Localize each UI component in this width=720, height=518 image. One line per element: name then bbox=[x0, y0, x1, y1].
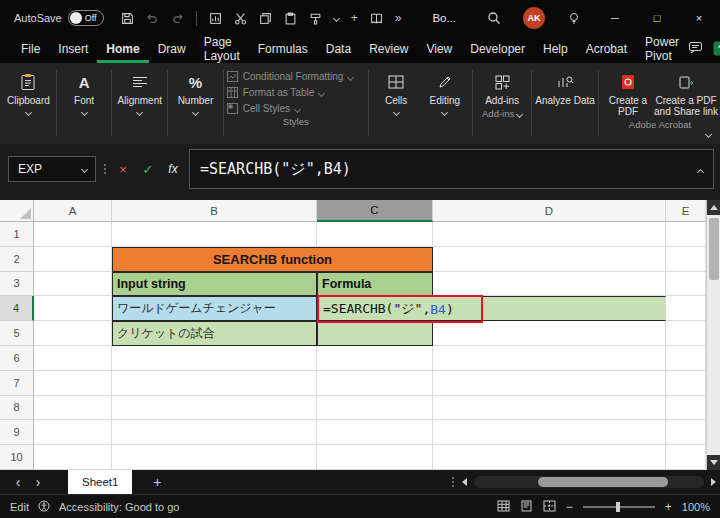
cell[interactable] bbox=[112, 346, 317, 371]
insert-function-button[interactable]: fx bbox=[164, 162, 182, 176]
cell-styles-button[interactable]: Cell Styles bbox=[227, 103, 365, 114]
cell[interactable] bbox=[112, 420, 317, 445]
editing-group-button[interactable]: Editing bbox=[420, 65, 469, 144]
format-painter-icon[interactable] bbox=[309, 12, 322, 25]
cell[interactable] bbox=[666, 445, 706, 470]
scroll-right-icon[interactable] bbox=[711, 478, 716, 486]
cell[interactable] bbox=[112, 222, 317, 247]
vertical-scroll-thumb[interactable] bbox=[709, 218, 719, 280]
cell[interactable] bbox=[112, 371, 317, 396]
book-icon[interactable] bbox=[370, 12, 383, 25]
tab-options-icon[interactable] bbox=[451, 477, 455, 487]
cell[interactable] bbox=[317, 222, 433, 247]
font-group-button[interactable]: A Font bbox=[60, 65, 109, 144]
cell[interactable] bbox=[666, 272, 706, 297]
column-header-b[interactable]: B bbox=[112, 200, 317, 222]
tab-developer[interactable]: Developer bbox=[461, 37, 534, 63]
cell[interactable] bbox=[433, 346, 666, 371]
cell[interactable] bbox=[433, 396, 666, 421]
redo-icon[interactable] bbox=[171, 12, 184, 25]
cell[interactable] bbox=[433, 321, 666, 346]
cell[interactable] bbox=[317, 371, 433, 396]
tab-review[interactable]: Review bbox=[360, 37, 417, 63]
lightbulb-icon[interactable] bbox=[554, 0, 594, 36]
zoom-slider-thumb[interactable] bbox=[616, 502, 620, 512]
cell[interactable] bbox=[34, 321, 112, 346]
cells-group-button[interactable]: Cells bbox=[372, 65, 421, 144]
tab-data[interactable]: Data bbox=[317, 37, 360, 63]
cell[interactable] bbox=[317, 346, 433, 371]
row-header-10[interactable]: 10 bbox=[0, 445, 34, 470]
cell[interactable] bbox=[34, 247, 112, 272]
select-all-button[interactable] bbox=[0, 200, 34, 222]
alignment-group-button[interactable]: Alignment bbox=[115, 65, 164, 144]
zoom-out-button[interactable]: − bbox=[566, 500, 573, 514]
format-as-table-button[interactable]: Format as Table bbox=[227, 87, 365, 98]
cell-input-header[interactable]: Input string bbox=[112, 272, 317, 297]
minimize-button[interactable]: ─ bbox=[594, 0, 636, 36]
search-icon[interactable] bbox=[474, 0, 514, 36]
cell[interactable] bbox=[666, 321, 706, 346]
paste-icon[interactable] bbox=[284, 12, 297, 25]
next-sheet-button[interactable]: › bbox=[28, 472, 48, 492]
tab-insert[interactable]: Insert bbox=[49, 37, 97, 63]
workbook-stats-icon[interactable] bbox=[209, 12, 222, 25]
row-header-1[interactable]: 1 bbox=[0, 222, 34, 247]
page-break-view-icon[interactable] bbox=[543, 500, 556, 514]
cell[interactable] bbox=[317, 420, 433, 445]
cell[interactable] bbox=[34, 396, 112, 421]
vertical-scrollbar[interactable] bbox=[706, 200, 720, 470]
normal-view-icon[interactable] bbox=[497, 500, 510, 514]
column-header-a[interactable]: A bbox=[34, 200, 112, 222]
cell[interactable] bbox=[34, 371, 112, 396]
cell[interactable] bbox=[34, 272, 112, 297]
drag-handle-icon[interactable] bbox=[103, 164, 107, 174]
tab-help[interactable]: Help bbox=[534, 37, 577, 63]
row-header-2[interactable]: 2 bbox=[0, 247, 34, 272]
cell[interactable] bbox=[666, 371, 706, 396]
number-group-button[interactable]: % Number bbox=[171, 65, 220, 144]
enter-button[interactable]: ✓ bbox=[139, 162, 157, 177]
accessibility-status[interactable]: Accessibility: Good to go bbox=[59, 501, 179, 513]
scroll-down-icon[interactable] bbox=[707, 455, 720, 470]
zoom-slider[interactable] bbox=[583, 506, 655, 508]
cell-formula-header[interactable]: Formula bbox=[317, 272, 433, 297]
row-header-6[interactable]: 6 bbox=[0, 346, 34, 371]
zoom-in-button[interactable]: + bbox=[665, 500, 672, 514]
cell-input-1[interactable]: ワールドゲームチェンジャー bbox=[112, 296, 317, 321]
scroll-up-icon[interactable] bbox=[707, 200, 720, 215]
clipboard-group-button[interactable]: Clipboard bbox=[4, 65, 53, 144]
cancel-button[interactable]: × bbox=[114, 162, 132, 177]
comments-icon[interactable] bbox=[688, 41, 703, 58]
prev-sheet-button[interactable]: ‹ bbox=[8, 472, 28, 492]
addins-button[interactable]: Add-ins bbox=[476, 65, 528, 106]
copy-icon[interactable] bbox=[259, 12, 272, 25]
cell-formula-empty[interactable] bbox=[317, 321, 433, 346]
column-header-d[interactable]: D bbox=[433, 200, 666, 222]
analyze-data-button[interactable]: Analyze Data bbox=[535, 65, 595, 144]
cell[interactable] bbox=[317, 445, 433, 470]
tab-formulas[interactable]: Formulas bbox=[249, 37, 317, 63]
zoom-level[interactable]: 100% bbox=[682, 501, 710, 513]
autosave-toggle[interactable]: AutoSave Off bbox=[14, 10, 104, 26]
cell-title[interactable]: SEARCHB function bbox=[112, 247, 433, 272]
cell[interactable] bbox=[433, 420, 666, 445]
cell[interactable] bbox=[433, 445, 666, 470]
tab-home[interactable]: Home bbox=[97, 37, 148, 63]
row-header-4[interactable]: 4 bbox=[0, 296, 34, 321]
chevron-down-icon[interactable] bbox=[333, 15, 340, 22]
cell[interactable] bbox=[666, 420, 706, 445]
create-pdf-share-button[interactable]: Create a PDF and Share link bbox=[654, 65, 718, 117]
cell[interactable] bbox=[666, 222, 706, 247]
row-header-5[interactable]: 5 bbox=[0, 321, 34, 346]
add-icon[interactable]: + bbox=[351, 11, 358, 25]
tab-file[interactable]: File bbox=[12, 37, 49, 63]
cell[interactable] bbox=[666, 346, 706, 371]
cell-active-formula[interactable]: =SEARCHB("ジ",B4) bbox=[317, 296, 666, 321]
cell[interactable] bbox=[34, 445, 112, 470]
avatar[interactable]: AK bbox=[514, 0, 554, 36]
cell[interactable] bbox=[34, 420, 112, 445]
cell-input-2[interactable]: クリケットの試合 bbox=[112, 321, 317, 346]
horizontal-scroll-thumb[interactable] bbox=[538, 477, 668, 487]
cell[interactable] bbox=[433, 222, 666, 247]
